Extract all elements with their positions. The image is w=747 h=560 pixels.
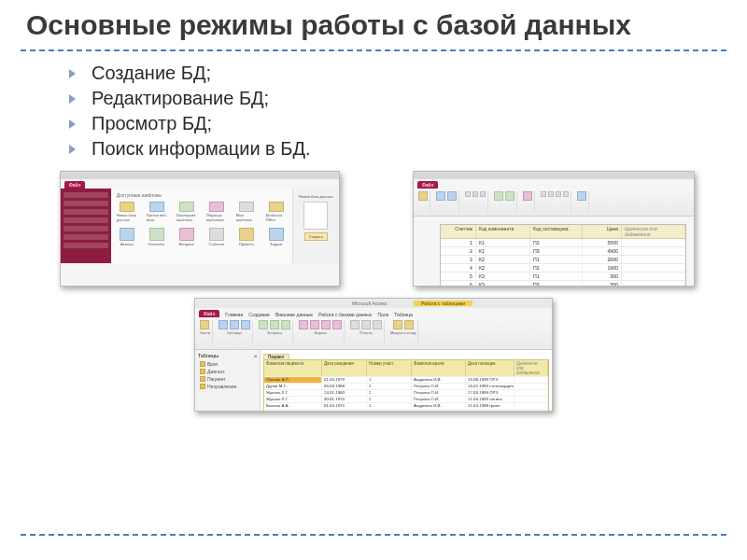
table-row: 5К3П1300: [441, 273, 685, 281]
table-row: Жукова Л.Г.30.01.19702Петрова О.И.11.04.…: [264, 396, 548, 402]
template-grid: Новая база данных Пустая веб-база Послед…: [117, 202, 287, 248]
bullet-item: Редактирование БД;: [80, 86, 747, 111]
ribbon-tabstrip: Файл Главная Создание Внешние данные Раб…: [195, 308, 552, 317]
table-row: 1К1П25000: [441, 239, 685, 247]
nav-item: Диагноз: [198, 368, 257, 375]
table-row: Дуров М.Т.09.03.19682Петрова О.И.16.02.1…: [264, 383, 548, 389]
screenshot-view-db: Microsoft Access Работа с таблицами Файл…: [194, 298, 553, 412]
nav-item: Направления: [198, 383, 257, 390]
table-row: Жукова Л.Г.24.01.19602Петрова О.И.27.03.…: [264, 389, 548, 396]
contextual-tab: Работа с таблицами: [414, 301, 472, 306]
backstage-sidebar: [61, 189, 111, 263]
file-tab: Файл: [64, 181, 85, 189]
navigation-pane: Таблицы« Врач Диагноз Пациент Направлени…: [195, 350, 261, 411]
file-tab: Файл: [199, 310, 219, 317]
datasheet-header: Счетчик Код компонента Код поставщика Це…: [441, 225, 685, 239]
datasheet: Фамилия пациента Дата рождения Номер уча…: [263, 359, 549, 411]
templates-heading: Доступные шаблоны: [117, 192, 287, 198]
slide-title: Основные режимы работы с базой данных: [0, 0, 747, 46]
window-titlebar: Microsoft Access Работа с таблицами: [195, 299, 552, 308]
ribbon-tabstrip: Файл: [414, 179, 694, 189]
ribbon: [414, 189, 694, 217]
bullet-item: Создание БД;: [80, 61, 747, 86]
nav-item: Врач: [198, 360, 257, 368]
bullet-item: Поиск информации в БД.: [80, 136, 747, 161]
document-tabs: Пациент: [263, 352, 549, 359]
thumbnail-row-2: Microsoft Access Работа с таблицами Файл…: [0, 298, 747, 412]
table-row: Орлова А.Л01.04.19791Андреева И.В.15.08.…: [264, 376, 548, 383]
nav-item: Пациент: [198, 375, 257, 383]
datasheet-header: Фамилия пациента Дата рождения Номер уча…: [264, 360, 548, 376]
preview-pane: Новая база данных Создать: [292, 189, 339, 263]
ribbon: Части Таблицы Запросы Формы Отчеты Макро…: [195, 317, 552, 350]
preview-icon: [303, 202, 328, 230]
create-button: Создать: [304, 232, 328, 241]
table-row: Быкова А.А.01.04.19751Андреева И.В.11.04…: [264, 402, 548, 409]
bullet-item: Просмотр БД;: [80, 111, 747, 136]
table-row: 3К2П12000: [441, 256, 685, 264]
ribbon-tabstrip: Файл: [61, 179, 339, 189]
slide: Основные режимы работы с базой данных Со…: [0, 0, 747, 560]
file-tab: Файл: [417, 181, 438, 189]
window-titlebar: [414, 172, 694, 179]
screenshot-edit-db: Файл Счетчик Код компонента Код поставщи…: [413, 171, 695, 287]
table-row: 4К2П21900: [441, 264, 685, 273]
table-row: 2К1П34900: [441, 247, 685, 256]
table-row: 6К3П3350: [441, 281, 685, 287]
window-titlebar: [61, 172, 339, 179]
thumbnail-row-1: Файл Доступные шаблоны Новая база данных…: [60, 171, 747, 287]
bullet-list: Создание БД; Редактирование БД; Просмотр…: [80, 61, 747, 161]
footer-underline: [21, 534, 726, 536]
screenshot-create-db: Файл Доступные шаблоны Новая база данных…: [60, 171, 340, 287]
table-row: Лосев А.А.20.04.19652Петрова О.И.20.07.1…: [264, 409, 548, 411]
title-underline: [21, 49, 726, 51]
datasheet: Счетчик Код компонента Код поставщика Це…: [440, 224, 686, 287]
